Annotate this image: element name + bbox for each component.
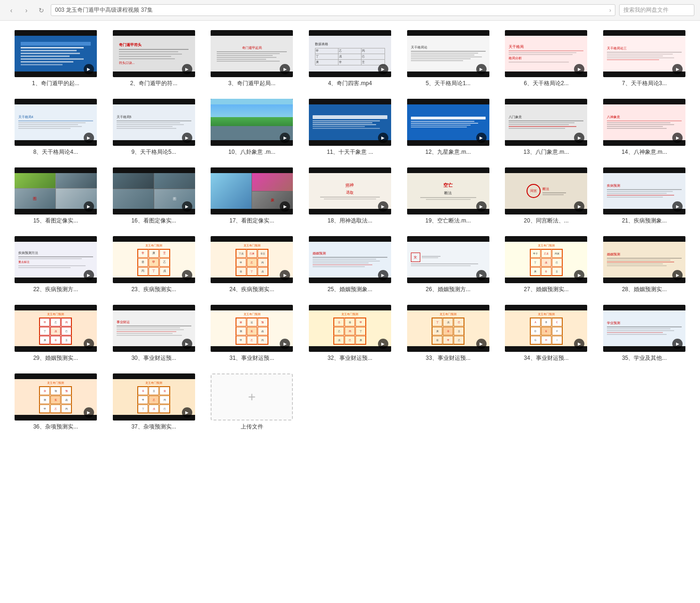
- list-item[interactable]: 天干格局论三 ▶ 7、天干格局论3...: [598, 28, 691, 89]
- thumbnail: 图 ▶: [113, 167, 195, 214]
- play-icon: ▶: [672, 201, 683, 212]
- thumbnail: 龙玉奇门预测 甲子 乙丑 丙寅 丁 戊 己 庚 辛 壬 ▶: [505, 236, 587, 283]
- list-item[interactable]: 学业预测 ▶ 35、学业及其他...: [598, 303, 691, 364]
- list-item[interactable]: 龙玉奇门预测 辛 壬 癸 甲 乙 丙 丁 戊 己 ▶ 37、杂: [108, 372, 200, 433]
- list-item[interactable]: 女 ▶ 26、婚姻预测方...: [402, 234, 495, 295]
- file-label: 29、婚姻预测实...: [15, 354, 97, 362]
- list-item[interactable]: 象 ▶ 17、看图定像实...: [205, 166, 298, 227]
- list-item[interactable]: 事业财运 ▶ 30、事业财运预...: [108, 303, 200, 364]
- file-label: 37、杂项预测实...: [113, 423, 195, 431]
- play-icon: ▶: [182, 407, 192, 418]
- file-label: 14、八神象意.m...: [603, 148, 685, 156]
- back-button[interactable]: ‹: [6, 5, 17, 16]
- thumbnail: 女 ▶: [407, 236, 489, 283]
- file-label: 4、奇门四害.mp4: [309, 79, 391, 87]
- file-label: 9、天干格局论5...: [113, 148, 195, 156]
- play-icon: ▶: [672, 339, 683, 349]
- thumbnail: 龙玉奇门预测 辛 庚 壬 癸 甲 乙 丙 丁 戊 ▶: [113, 236, 195, 283]
- list-item[interactable]: 婚姻预测 ▶ 28、婚姻预测实...: [598, 234, 691, 295]
- refresh-button[interactable]: ↻: [36, 5, 47, 16]
- list-item[interactable]: 天干格局 格局分析 ▶ 6、天干格局论2...: [500, 28, 593, 89]
- thumbnail: 空亡 断法 ▶: [407, 167, 489, 214]
- list-item[interactable]: 龙玉奇门预测 财 运 预 测 实 战 甲 乙 丙 ▶ 31、事: [205, 303, 298, 364]
- list-item[interactable]: 奇门遁甲符头 符头口诀... ▶ 2、奇门遁甲的符...: [108, 28, 200, 89]
- play-icon: ▶: [182, 64, 192, 74]
- breadcrumb-separator: ›: [609, 7, 611, 14]
- list-item[interactable]: 龙玉奇门预测 甲 乙 丙 丁 戊 己 庚 辛 壬 ▶ 29、婚: [9, 303, 102, 364]
- thumbnail: 八门象意 ▶: [505, 99, 587, 146]
- thumbnail: 奇门遁甲起局 ▶: [211, 30, 293, 77]
- list-item[interactable]: 八门象意 ▶ 13、八门象意.m...: [500, 97, 593, 158]
- file-label: 30、事业财运预...: [113, 354, 195, 362]
- file-label: 2、奇门遁甲的符...: [113, 79, 195, 87]
- list-item[interactable]: 同宫 断法 ▶ 20、同宫断法、...: [500, 166, 593, 227]
- list-item[interactable]: ▶ 10、八卦象意 .m...: [205, 97, 298, 158]
- list-item[interactable]: 龙玉奇门预测 A B C D E F G H I ▶ 34、事: [500, 303, 593, 364]
- file-label: 11、十天干象意 ...: [309, 148, 391, 156]
- list-item[interactable]: 天干格局5 ▶ 9、天干格局论5...: [108, 97, 200, 158]
- list-item[interactable]: 龙玉奇门预测 丁 戊 己 庚 辛 壬 癸 甲 乙 ▶ 33、事: [402, 303, 495, 364]
- play-icon: ▶: [84, 407, 94, 418]
- forward-button[interactable]: ›: [21, 5, 32, 16]
- thumbnail: 龙玉奇门预测 壬 癸 甲 乙 丙 丁 戊 己 庚 ▶: [309, 305, 391, 352]
- list-item[interactable]: 龙玉奇门预测 辛 庚 壬 癸 甲 乙 丙 丁 戊 ▶ 23、疾: [108, 234, 200, 295]
- play-icon: ▶: [476, 339, 487, 349]
- file-label: 5、天干格局论1...: [407, 79, 489, 87]
- file-label: 1、奇门遁甲的起...: [15, 79, 97, 87]
- list-item[interactable]: 天干格局4 ▶ 8、天干格局论4...: [9, 97, 102, 158]
- file-label: 27、婚姻预测实...: [505, 286, 587, 294]
- file-label: 33、事业财运预...: [407, 354, 489, 362]
- play-icon: ▶: [476, 201, 487, 212]
- list-item[interactable]: ▶ 1、奇门遁甲的起...: [9, 28, 102, 89]
- thumbnail: ▶: [211, 99, 293, 146]
- file-label: 21、疾病预测象...: [603, 217, 685, 225]
- file-label: 18、用神选取法...: [309, 217, 391, 225]
- thumbnail: 数据表格 甲乙丙 丁戊己 庚辛壬 ▶: [309, 30, 391, 77]
- thumbnail: ▶: [309, 99, 391, 146]
- list-item[interactable]: 疾病预测方法 重点标注 ▶ 22、疾病预测方...: [9, 234, 102, 295]
- thumbnail: 象 ▶: [211, 167, 293, 214]
- file-label: 19、空亡断法.m...: [407, 217, 489, 225]
- list-item[interactable]: 婚姻预测 ▶ 25、婚姻预测象...: [304, 234, 396, 295]
- file-label: 24、疾病预测实...: [211, 286, 293, 294]
- thumbnail: 龙玉奇门预测 财 运 预 测 实 战 甲 乙 丙 ▶: [211, 305, 293, 352]
- list-item[interactable]: ▶ 12、九星象意.m...: [402, 97, 495, 158]
- upload-plus-icon: +: [248, 390, 256, 404]
- file-label: 36、杂项预测实...: [15, 423, 97, 431]
- file-label: 15、看图定像实...: [15, 217, 97, 225]
- list-item[interactable]: 龙玉奇门预测 甲子 乙丑 丙寅 丁 戊 己 庚 辛 壬 ▶ 2: [500, 234, 593, 295]
- thumbnail: 婚姻预测 ▶: [309, 236, 391, 283]
- address-bar[interactable]: 003 龙玉奇门遁甲中高级课程视频 37集 ›: [51, 4, 615, 16]
- list-item[interactable]: 龙玉奇门预测 杂 项 预 测 实 战 甲 乙 丙 ▶ 36、杂: [9, 372, 102, 433]
- play-icon: ▶: [378, 201, 388, 212]
- list-item[interactable]: 数据表格 甲乙丙 丁戊己 庚辛壬 ▶ 4、奇门四害.mp4: [304, 28, 396, 89]
- thumbnail: 龙玉奇门预测 甲 乙 丙 丁 戊 己 庚 辛 壬 ▶: [15, 305, 97, 352]
- upload-box: +: [211, 373, 293, 421]
- play-icon: ▶: [182, 339, 192, 349]
- thumbnail: 龙玉奇门预测 辛 壬 癸 甲 乙 丙 丁 戊 己 ▶: [113, 373, 195, 421]
- list-item[interactable]: 八神象意 ▶ 14、八神象意.m...: [598, 97, 691, 158]
- list-item[interactable]: 图 ▶ 15、看图定像实...: [9, 166, 102, 227]
- play-icon: ▶: [84, 64, 94, 74]
- list-item[interactable]: 图 ▶ 16、看图定像实...: [108, 166, 200, 227]
- play-icon: ▶: [672, 133, 683, 143]
- list-item[interactable]: 天干格局论 ▶ 5、天干格局论1...: [402, 28, 495, 89]
- list-item[interactable]: 龙玉奇门预测 壬 癸 甲 乙 丙 丁 戊 己 庚 ▶ 32、事: [304, 303, 396, 364]
- address-text: 003 龙玉奇门遁甲中高级课程视频 37集: [55, 6, 606, 14]
- file-label: 8、天干格局论4...: [15, 148, 97, 156]
- file-label: 10、八卦象意 .m...: [211, 148, 293, 156]
- list-item[interactable]: 疾病预测 ▶ 21、疾病预测象...: [598, 166, 691, 227]
- play-icon: ▶: [476, 133, 487, 143]
- list-item[interactable]: 龙玉奇门预测 丁戊 己庚 辛壬 甲 乙 丙 癸 丁 戊 ▶ 2: [205, 234, 298, 295]
- list-item[interactable]: 空亡 断法 ▶ 19、空亡断法.m...: [402, 166, 495, 227]
- file-label: 7、天干格局论3...: [603, 79, 685, 87]
- list-item[interactable]: 奇门遁甲起局 ▶ 3、奇门遁甲起局...: [205, 28, 298, 89]
- upload-button[interactable]: + 上传文件: [205, 372, 298, 433]
- file-label: 22、疾病预测方...: [15, 286, 97, 294]
- thumbnail: 天干格局论三 ▶: [603, 30, 685, 77]
- search-box[interactable]: 搜索我的网盘文件: [619, 4, 694, 16]
- play-icon: ▶: [476, 64, 487, 74]
- list-item[interactable]: 用神 选取 ▶ 18、用神选取法...: [304, 166, 396, 227]
- thumbnail: 天干格局5 ▶: [113, 99, 195, 146]
- list-item[interactable]: ▶ 11、十天干象意 ...: [304, 97, 396, 158]
